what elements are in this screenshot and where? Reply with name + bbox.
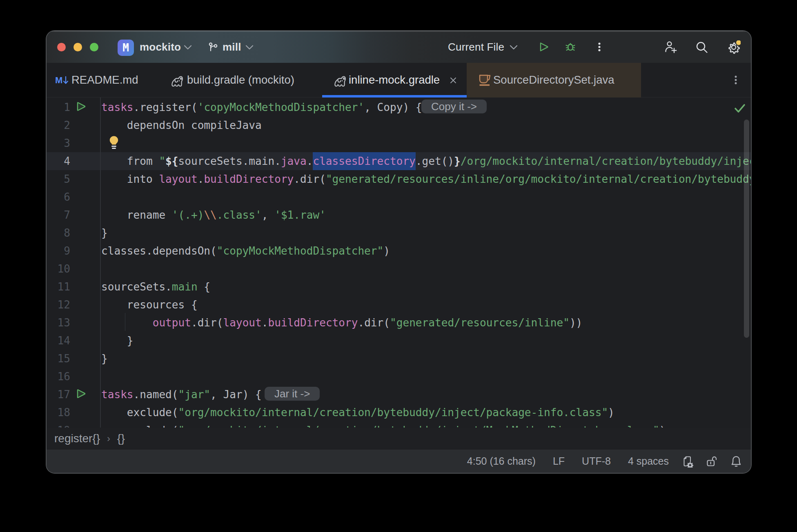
inspections-ok-check-icon[interactable] — [734, 103, 746, 114]
markdown-icon: M — [55, 73, 69, 86]
code-text: tasks.named("jar", Jar) { — [101, 386, 262, 403]
code-style-file-gear-icon[interactable] — [681, 455, 693, 468]
code-line-11: 11sourceSets.main { — [47, 277, 751, 295]
line-number: 11 — [47, 278, 70, 296]
code-line-4: 4 from "${sourceSets.main.java.classesDi… — [47, 151, 751, 169]
code-with-me-icon[interactable] — [664, 40, 678, 54]
code-line-13: 13 output.dir(layout.buildDirectory.dir(… — [47, 313, 751, 331]
code-text: output.dir(layout.buildDirectory.dir("ge… — [101, 314, 582, 332]
tab-readme-md[interactable]: M README.md — [47, 63, 159, 98]
more-actions-button[interactable] — [594, 41, 605, 53]
branch-selector[interactable]: mill — [223, 31, 241, 63]
code-line-6: 6 — [47, 187, 751, 205]
code-line-14: 14 } — [47, 331, 751, 349]
line-number: 2 — [47, 116, 70, 134]
encoding-widget[interactable]: UTF-8 — [582, 455, 611, 467]
line-number: 15 — [47, 350, 70, 368]
tab-inline-mock-gradle-active[interactable]: inline-mock.gradle — [322, 63, 467, 98]
minimize-window-button[interactable] — [73, 43, 82, 51]
traffic-lights — [57, 43, 98, 51]
git-branch-icon — [208, 42, 218, 53]
code-text: dependsOn compileJava — [101, 116, 262, 134]
line-number: 18 — [47, 403, 70, 421]
breadcrumb-item[interactable]: {} — [117, 432, 125, 445]
breadcrumb-item[interactable]: register{} — [54, 432, 100, 445]
code-text: classes.dependsOn("copyMockMethodDispatc… — [101, 242, 390, 260]
caret-position-widget[interactable]: 4:50 (16 chars) — [467, 455, 536, 467]
line-number: 12 — [47, 296, 70, 314]
code-line-5: 5 into layout.buildDirectory.dir("genera… — [47, 169, 751, 187]
code-line-17: 17 tasks.named("jar", Jar) {Jar it -> — [47, 385, 751, 403]
run-configuration-selector[interactable]: Current File — [448, 31, 504, 63]
settings-gear-icon[interactable] — [727, 40, 741, 54]
code-line-12: 12 resources { — [47, 295, 751, 313]
code-editor[interactable]: 1 tasks.register('copyMockMethodDispatch… — [47, 98, 751, 428]
code-line-15: 15} — [47, 349, 751, 367]
status-bar: 4:50 (16 chars) LF UTF-8 4 spaces — [47, 450, 751, 473]
line-number: 9 — [47, 242, 70, 260]
run-button[interactable] — [538, 41, 550, 53]
code-line-7: 7 rename '(.+)\\.class', '$1.raw' — [47, 205, 751, 223]
code-text: tasks.register('copyMockMethodDispatcher… — [101, 98, 422, 116]
gradle-icon — [170, 73, 184, 86]
java-class-icon — [478, 73, 491, 87]
line-number: 1 — [47, 98, 70, 116]
editor-scrollbar-thumb[interactable] — [744, 120, 749, 338]
code-line-9: 9classes.dependsOn("copyMockMethodDispat… — [47, 241, 751, 259]
line-number: 16 — [47, 368, 70, 386]
code-text: rename '(.+)\\.class', '$1.raw' — [101, 206, 326, 224]
line-number: 4 — [47, 152, 70, 170]
code-text: sourceSets.main { — [101, 278, 210, 296]
chevron-down-icon — [510, 45, 518, 50]
inlay-hint[interactable]: Jar it -> — [265, 387, 320, 401]
unlock-icon[interactable] — [706, 455, 718, 468]
ide-window: M mockito mill Current File — [47, 31, 751, 473]
code-line-18: 18 exclude("org/mockito/internal/creatio… — [47, 403, 751, 421]
close-window-button[interactable] — [57, 43, 66, 51]
svg-text:M: M — [55, 75, 62, 85]
line-number: 6 — [47, 188, 70, 206]
search-icon[interactable] — [695, 40, 709, 54]
line-number: 10 — [47, 260, 70, 278]
code-text: exclude("org/mockito/internal/creation/b… — [101, 403, 614, 421]
indent-widget[interactable]: 4 spaces — [628, 455, 669, 467]
code-line-10: 10 — [47, 259, 751, 277]
code-text: resources { — [101, 296, 198, 314]
code-text: from "${sourceSets.main.java.classesDire… — [101, 152, 751, 170]
code-line-1: 1 tasks.register('copyMockMethodDispatch… — [47, 98, 751, 115]
code-text: } — [101, 350, 108, 368]
project-selector[interactable]: mockito — [140, 31, 181, 63]
debug-button[interactable] — [565, 41, 576, 53]
editor-tab-bar: M README.md build.gradle (mockito) inlin… — [47, 63, 751, 98]
line-number: 14 — [47, 332, 70, 350]
intention-bulb-icon[interactable] — [109, 135, 119, 149]
code-line-8: 8} — [47, 223, 751, 241]
line-number: 19 — [47, 421, 70, 428]
run-gutter-icon[interactable] — [76, 388, 87, 399]
code-text: into layout.buildDirectory.dir("generate… — [101, 170, 751, 188]
line-number: 5 — [47, 170, 70, 188]
line-number: 13 — [47, 314, 70, 332]
run-gutter-icon[interactable] — [76, 101, 87, 112]
code-line-3: 3 — [47, 133, 751, 151]
close-tab-icon[interactable] — [449, 76, 458, 85]
project-icon[interactable]: M — [118, 40, 134, 56]
line-number: 17 — [47, 386, 70, 403]
tab-sourcedirectoryset-java[interactable]: SourceDirectorySet.java — [467, 63, 641, 98]
breadcrumbs-bar: register{} › {} — [47, 428, 751, 450]
breadcrumb-separator: › — [107, 433, 110, 444]
code-line-2: 2 dependsOn compileJava — [47, 115, 751, 133]
zoom-window-button[interactable] — [90, 43, 98, 51]
line-number: 8 — [47, 224, 70, 242]
code-text: exclude("org/mockito/internal/creation/b… — [101, 421, 666, 428]
chevron-down-icon — [184, 45, 192, 50]
tab-options-kebab-icon[interactable] — [730, 74, 741, 86]
tab-build-gradle[interactable]: build.gradle (mockito) — [159, 63, 322, 98]
line-number: 3 — [47, 134, 70, 152]
code-text: } — [101, 332, 134, 350]
code-text: } — [101, 224, 108, 242]
line-separator-widget[interactable]: LF — [553, 455, 565, 467]
inlay-hint[interactable]: Copy it -> — [421, 100, 487, 113]
notifications-bell-icon[interactable] — [730, 455, 742, 468]
line-number: 7 — [47, 206, 70, 224]
